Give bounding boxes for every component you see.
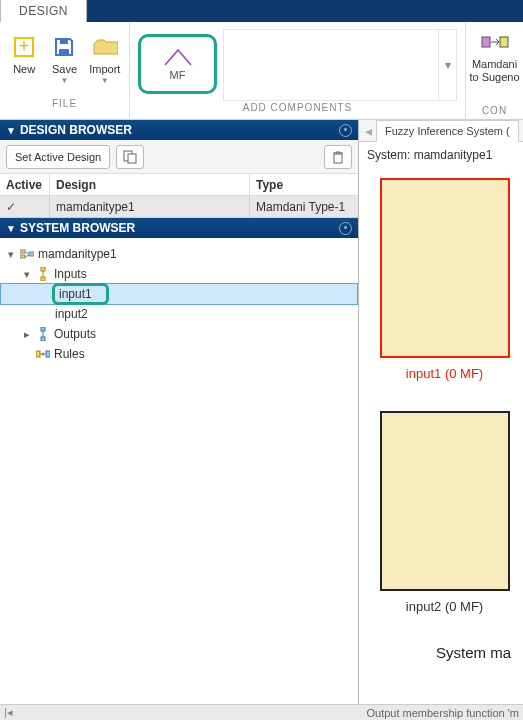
rules-icon — [35, 349, 51, 359]
tree-input1[interactable]: input1 — [0, 283, 358, 305]
svg-rect-9 — [20, 255, 25, 258]
svg-line-11 — [25, 252, 29, 254]
input2-block[interactable]: input2 (0 MF) — [374, 411, 515, 614]
tree-outputs[interactable]: ▸ Outputs — [0, 324, 358, 344]
input1-block[interactable]: input1 (0 MF) — [374, 178, 515, 381]
svg-rect-5 — [500, 37, 508, 47]
ribbon-add-group: MF ▾ ADD COMPONENTS — [130, 22, 465, 119]
input1-label: input1 (0 MF) — [374, 366, 515, 381]
panel-options-icon[interactable]: • — [339, 222, 352, 235]
design-grid: Active Design Type ✓ mamdanitype1 Mamdan… — [0, 174, 358, 218]
input2-label: input2 (0 MF) — [374, 599, 515, 614]
col-active[interactable]: Active — [0, 174, 50, 195]
right-tabs: ◂ Fuzzy Inference System ( — [359, 120, 523, 142]
outputs-icon — [35, 327, 51, 341]
col-design[interactable]: Design — [50, 174, 250, 195]
svg-rect-17 — [41, 337, 45, 341]
svg-rect-14 — [41, 277, 45, 281]
convert-label: Mamdanito Sugeno — [469, 58, 519, 84]
set-active-design-button[interactable]: Set Active Design — [6, 145, 110, 169]
fis-icon — [19, 248, 35, 260]
collapse-icon: ▼ — [6, 223, 16, 234]
svg-rect-16 — [41, 327, 45, 331]
import-icon — [92, 34, 118, 60]
system-truncated-label: System ma — [374, 644, 515, 661]
ribbon: + New Save ▼ Import ▼ FILE — [0, 22, 523, 120]
tree-input2[interactable]: input2 — [0, 304, 358, 324]
system-browser-header[interactable]: ▼ SYSTEM BROWSER • — [0, 218, 358, 238]
svg-rect-10 — [29, 252, 34, 256]
input1-rect[interactable] — [380, 178, 510, 358]
tree-inputs[interactable]: ▾ Inputs — [0, 264, 358, 284]
expand-icon[interactable]: ▾ — [22, 268, 32, 281]
fis-canvas[interactable]: input1 (0 MF) input2 (0 MF) System ma — [359, 168, 523, 704]
tab-fis[interactable]: Fuzzy Inference System ( — [376, 120, 519, 142]
add-section-label: ADD COMPONENTS — [130, 100, 465, 116]
col-type[interactable]: Type — [250, 174, 358, 195]
panel-options-icon[interactable]: • — [339, 124, 352, 137]
grid-header: Active Design Type — [0, 174, 358, 196]
tab-prev-icon[interactable]: ◂ — [365, 123, 372, 139]
ribbon-file-group: + New Save ▼ Import ▼ FILE — [0, 22, 130, 119]
svg-line-12 — [25, 255, 29, 257]
tree-root[interactable]: ▾ mamdanitype1 — [0, 244, 358, 264]
design-browser-header[interactable]: ▼ DESIGN BROWSER • — [0, 120, 358, 140]
inputs-icon — [35, 267, 51, 281]
svg-rect-4 — [482, 37, 490, 47]
expand-icon[interactable]: ▾ — [6, 248, 16, 261]
expand-icon[interactable]: ▸ — [22, 328, 32, 341]
svg-rect-3 — [60, 39, 68, 44]
new-button[interactable]: + New — [4, 26, 44, 96]
scroll-home-icon[interactable]: |◂ — [4, 706, 18, 719]
left-column: ▼ DESIGN BROWSER • Set Active Design Act… — [0, 120, 359, 704]
ribbon-convert-group: Mamdanito Sugeno CON — [465, 22, 523, 119]
table-row[interactable]: ✓ mamdanitype1 Mamdani Type-1 — [0, 196, 358, 218]
mf-button[interactable]: MF — [138, 34, 217, 94]
design-toolbar: Set Active Design — [0, 140, 358, 174]
collapse-icon: ▼ — [6, 125, 16, 136]
copy-icon — [123, 150, 137, 164]
svg-point-22 — [42, 353, 45, 356]
tab-design[interactable]: DESIGN — [0, 0, 87, 22]
system-tree: ▾ mamdanitype1 ▾ Inputs input1 input2 — [0, 238, 358, 704]
status-text: Output membership function 'm — [366, 707, 519, 719]
status-bar: |◂ Output membership function 'm — [0, 704, 523, 720]
input2-rect[interactable] — [380, 411, 510, 591]
trash-icon — [331, 150, 345, 164]
system-label: System: mamdanitype1 — [359, 142, 523, 168]
new-icon: + — [11, 34, 37, 60]
svg-rect-8 — [20, 250, 25, 253]
convert-section-label: CON — [482, 103, 507, 119]
save-icon — [51, 34, 77, 60]
svg-rect-19 — [36, 351, 40, 357]
delete-design-button[interactable] — [324, 145, 352, 169]
add-components-area: ▾ — [223, 29, 457, 101]
file-section-label: FILE — [0, 96, 129, 112]
mf-icon — [163, 47, 193, 67]
main-area: ▼ DESIGN BROWSER • Set Active Design Act… — [0, 120, 523, 704]
copy-design-button[interactable] — [116, 145, 144, 169]
svg-rect-20 — [46, 351, 50, 357]
tree-rules[interactable]: Rules — [0, 344, 358, 364]
convert-icon[interactable] — [481, 30, 509, 54]
right-column: ◂ Fuzzy Inference System ( System: mamda… — [359, 120, 523, 704]
save-button[interactable]: Save ▼ — [44, 26, 84, 96]
active-check-icon: ✓ — [0, 196, 50, 217]
svg-rect-7 — [128, 154, 136, 163]
svg-rect-2 — [59, 49, 69, 55]
svg-text:+: + — [19, 36, 30, 56]
import-button[interactable]: Import ▼ — [85, 26, 125, 96]
add-dropdown[interactable]: ▾ — [438, 30, 456, 100]
svg-rect-13 — [41, 267, 45, 271]
title-bar: DESIGN — [0, 0, 523, 22]
